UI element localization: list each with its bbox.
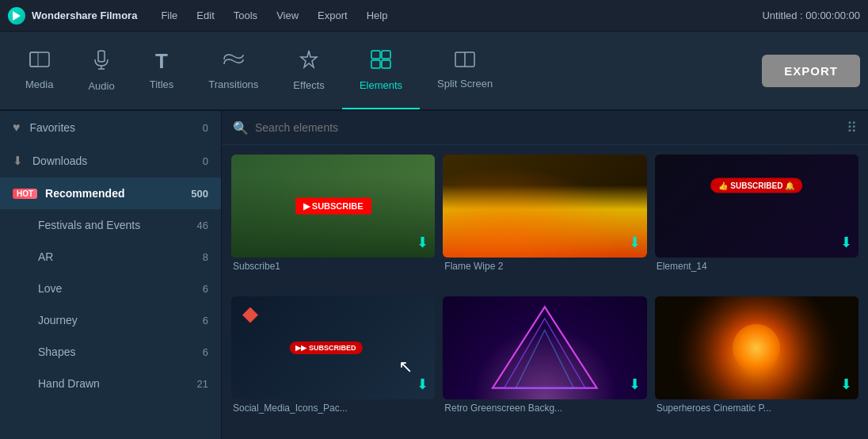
content-area: 🔍 ⠿ ▶ SUBSCRIBE ⬇ Subscribe1: [222, 111, 868, 439]
sidebar-count-love: 6: [203, 283, 208, 295]
sidebar-label-journey: Journey: [38, 314, 78, 326]
main-content: ♥ Favorites 0 ⬇ Downloads 0 HOT Recommen…: [0, 111, 868, 439]
element-label-flame: Flame Wipe 2: [443, 261, 646, 272]
sidebar-label-love: Love: [38, 282, 62, 295]
search-icon: 🔍: [233, 120, 249, 136]
sidebar-item-love[interactable]: Love 6: [0, 273, 221, 304]
element-thumb-social: ▶▶ SUBSCRIBED ↖ ⬇: [231, 296, 435, 399]
sidebar-label-ar: AR: [38, 250, 53, 263]
toolbar-titles[interactable]: T Titles: [132, 32, 192, 109]
export-button[interactable]: EXPORT: [762, 55, 860, 87]
toolbar-effects[interactable]: Effects: [276, 32, 342, 109]
sidebar-item-journey[interactable]: Journey 6: [0, 304, 221, 336]
sidebar-count-festivals: 46: [197, 220, 208, 231]
sidebar-count-ar: 8: [203, 251, 208, 263]
sidebar-item-shapes[interactable]: Shapes 6: [0, 336, 221, 368]
sidebar-count-recommended: 500: [191, 188, 208, 200]
element-card-subscribe1[interactable]: ▶ SUBSCRIBE ⬇ Subscribe1: [231, 155, 435, 288]
heart-icon: ♥: [13, 120, 21, 135]
elements-icon: [370, 49, 392, 74]
sidebar-count-journey: 6: [203, 315, 208, 326]
svg-marker-0: [13, 11, 21, 21]
svg-rect-9: [382, 60, 390, 68]
menu-tools[interactable]: Tools: [226, 6, 265, 25]
audio-icon: [92, 48, 111, 75]
transitions-icon: [223, 50, 245, 74]
svg-line-15: [493, 307, 545, 387]
sidebar-item-favorites[interactable]: ♥ Favorites 0: [0, 111, 221, 144]
toolbar-transitions[interactable]: Transitions: [191, 32, 276, 109]
download-icon-superheroes: ⬇: [840, 376, 852, 393]
element-label-retro: Retro Greenscreen Backg...: [443, 403, 646, 414]
element-thumb-superheroes: ⬇: [655, 296, 858, 399]
download-icon-retro: ⬇: [629, 376, 641, 393]
svg-rect-1: [30, 52, 49, 67]
sidebar-label-downloads: Downloads: [32, 155, 87, 167]
menu-view[interactable]: View: [268, 6, 306, 25]
media-label: Media: [25, 78, 53, 90]
elements-grid: ▶ SUBSCRIBE ⬇ Subscribe1 ⬇ Flame Wipe 2: [222, 145, 868, 439]
menu-help[interactable]: Help: [359, 6, 396, 25]
sidebar-count-shapes: 6: [203, 346, 208, 358]
element-thumb-subscribe1: ▶ SUBSCRIBE ⬇: [231, 155, 435, 258]
element-label-element14: Element_14: [655, 261, 858, 272]
element-label-social: Social_Media_Icons_Pac...: [231, 403, 435, 414]
element-card-social[interactable]: ▶▶ SUBSCRIBED ↖ ⬇ Social_Media_Icons_Pac…: [231, 296, 435, 430]
menu-export[interactable]: Export: [310, 6, 356, 25]
toolbar-media[interactable]: Media: [8, 32, 70, 109]
sidebar-item-downloads[interactable]: ⬇ Downloads 0: [0, 144, 221, 178]
effects-icon: [299, 49, 319, 74]
svg-marker-5: [301, 51, 317, 67]
sidebar-label-favorites: Favorites: [30, 121, 76, 134]
element-card-superheroes[interactable]: ⬇ Superheroes Cinematic P...: [655, 296, 858, 430]
subscribed-mock: 👍 SUBSCRIBED 🔔: [710, 178, 802, 193]
search-input[interactable]: [255, 121, 840, 134]
elements-label: Elements: [360, 79, 402, 91]
svg-line-16: [545, 307, 597, 387]
sidebar-collapse-button[interactable]: ◀: [221, 263, 222, 287]
menu-file[interactable]: File: [153, 6, 185, 25]
sidebar-item-hand-drawn[interactable]: Hand Drawn 21: [0, 368, 221, 399]
titles-icon: T: [155, 49, 168, 74]
audio-label: Audio: [88, 80, 114, 92]
sidebar-item-ar[interactable]: AR 8: [0, 241, 221, 273]
toolbar-split-screen[interactable]: Split Screen: [420, 32, 510, 109]
element-thumb-element14: 👍 SUBSCRIBED 🔔 ⬇: [655, 155, 858, 258]
element-label-superheroes: Superheroes Cinematic P...: [655, 403, 858, 414]
sidebar-label-recommended: Recommended: [45, 187, 124, 200]
toolbar-audio[interactable]: Audio: [70, 32, 131, 109]
sidebar-item-festivals[interactable]: Festivals and Events 46: [0, 209, 221, 241]
toolbar: Media Audio T Titles Transitions: [0, 32, 868, 111]
download-icon-social: ⬇: [417, 376, 428, 393]
sidebar-item-recommended[interactable]: HOT Recommended 500: [0, 178, 221, 209]
subscribe-btn-mock: ▶ SUBSCRIBE: [295, 198, 371, 215]
element-card-retro[interactable]: ⬇ Retro Greenscreen Backg...: [443, 296, 646, 430]
titles-label: Titles: [150, 78, 174, 90]
menu-edit[interactable]: Edit: [188, 6, 222, 25]
transitions-label: Transitions: [208, 78, 258, 90]
sidebar-count-favorites: 0: [203, 122, 208, 134]
sidebar: ♥ Favorites 0 ⬇ Downloads 0 HOT Recommen…: [0, 111, 222, 439]
svg-rect-6: [371, 51, 380, 59]
element-thumb-flame: ⬇: [443, 155, 646, 258]
element-card-element14[interactable]: 👍 SUBSCRIBED 🔔 ⬇ Element_14: [655, 155, 858, 288]
svg-rect-8: [371, 60, 380, 68]
search-bar: 🔍 ⠿: [222, 111, 868, 145]
sidebar-count-downloads: 0: [203, 155, 208, 167]
app-logo-icon: [8, 7, 25, 25]
media-icon: [29, 50, 51, 74]
menu-items: File Edit Tools View Export Help: [153, 6, 395, 25]
sidebar-label-festivals: Festivals and Events: [38, 219, 140, 231]
element-card-flame-wipe[interactable]: ⬇ Flame Wipe 2: [443, 155, 646, 288]
download-icon-subscribe1: ⬇: [417, 234, 428, 251]
sidebar-count-hand-drawn: 21: [197, 378, 208, 390]
cursor-icon: ↖: [398, 357, 413, 377]
sidebar-label-hand-drawn: Hand Drawn: [38, 377, 100, 390]
app-logo: Wondershare Filmora: [8, 7, 137, 25]
element-thumb-retro: ⬇: [443, 296, 646, 399]
split-screen-icon: [454, 51, 476, 73]
grid-view-icon[interactable]: ⠿: [847, 119, 857, 136]
menu-bar: Wondershare Filmora File Edit Tools View…: [0, 0, 868, 32]
effects-label: Effects: [293, 79, 325, 91]
toolbar-elements[interactable]: Elements: [342, 32, 420, 109]
